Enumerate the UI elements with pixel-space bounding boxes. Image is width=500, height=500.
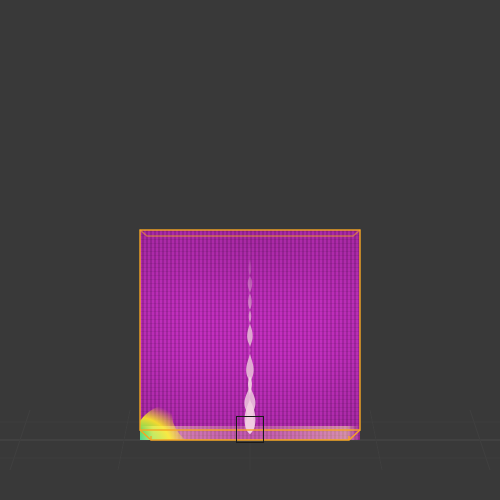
smoke-volume-voxels (140, 230, 360, 440)
svg-line-6 (370, 410, 382, 470)
svg-line-3 (10, 410, 30, 470)
svg-line-7 (470, 410, 490, 470)
smoke-flow-emitter[interactable] (236, 416, 264, 443)
svg-line-4 (118, 410, 130, 470)
viewport-3d[interactable] (0, 0, 500, 500)
